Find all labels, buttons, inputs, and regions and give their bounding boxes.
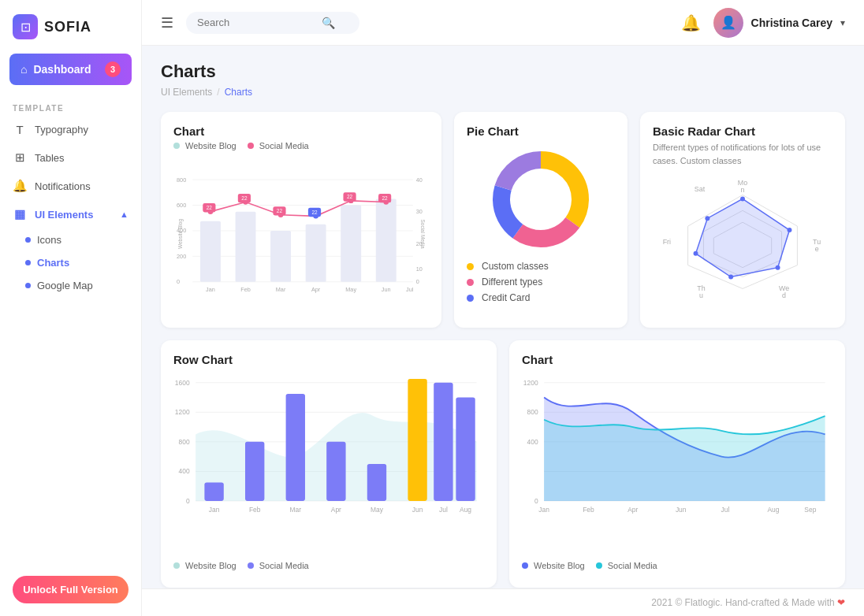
pie-dot-custom — [467, 263, 474, 270]
legend-website-blog: Website Blog — [173, 141, 236, 150]
svg-rect-18 — [236, 212, 256, 282]
row-legend-dot-social — [248, 562, 254, 569]
svg-rect-20 — [306, 225, 326, 282]
logo-icon: ⊡ — [13, 14, 38, 39]
sidebar-item-tables[interactable]: ⊞ Tables — [0, 143, 141, 172]
notification-bell-icon: 🔔 — [13, 179, 27, 193]
svg-text:Feb: Feb — [583, 506, 594, 514]
row-legend-website: Website Blog — [173, 561, 236, 570]
svg-text:Aug: Aug — [460, 506, 471, 514]
footer: 2021 © Flatlogic. Hand-crafted & Made wi… — [142, 588, 864, 616]
typography-icon: T — [13, 123, 27, 136]
bottom-chart-card: Chart 1200 800 400 0 — [509, 340, 845, 588]
logo: ⊡ SOFIA — [0, 0, 141, 54]
svg-text:800: 800 — [527, 408, 538, 416]
row-legend-social: Social Media — [248, 561, 309, 570]
svg-rect-89 — [434, 383, 452, 501]
svg-rect-86 — [326, 442, 345, 501]
ui-elements-label: UI Elements — [35, 209, 93, 221]
sidebar-item-ui-elements[interactable]: ▦ UI Elements ▲ — [0, 200, 141, 228]
bottom-legend-dot-social — [596, 562, 602, 569]
svg-text:Apr: Apr — [331, 506, 341, 514]
user-menu[interactable]: 👤 Christina Carey ▾ — [713, 8, 845, 38]
svg-point-68 — [788, 228, 792, 232]
legend-dot-website — [173, 143, 180, 149]
svg-point-67 — [740, 196, 745, 201]
svg-text:Jun: Jun — [412, 506, 423, 514]
sidebar-item-notifications[interactable]: 🔔 Notifications — [0, 172, 141, 200]
svg-text:22: 22 — [382, 195, 389, 201]
svg-point-72 — [705, 216, 709, 221]
legend-social-media: Social Media — [248, 141, 309, 150]
svg-text:Website Blog: Website Blog — [177, 219, 184, 249]
unlock-button[interactable]: Unlock Full Version — [13, 576, 128, 603]
chevron-up-icon: ▲ — [120, 210, 128, 219]
svg-text:Sep: Sep — [804, 506, 816, 514]
heart-icon: ❤ — [837, 597, 845, 608]
svg-text:0: 0 — [186, 497, 190, 505]
icons-label: Icons — [37, 234, 61, 246]
svg-text:0: 0 — [416, 278, 419, 285]
pie-label-credit: Credit Card — [482, 292, 530, 303]
svg-text:Jul: Jul — [721, 506, 730, 514]
svg-text:22: 22 — [207, 205, 213, 210]
hamburger-icon[interactable]: ☰ — [161, 14, 173, 32]
search-icon: 🔍 — [322, 17, 335, 29]
bottom-chart-title: Chart — [522, 353, 832, 366]
sidebar-item-typography[interactable]: T Typography — [0, 116, 141, 143]
bottom-legend-social: Social Media — [596, 561, 657, 570]
page-title: Charts — [161, 61, 845, 82]
svg-rect-22 — [376, 199, 397, 281]
pie-chart-svg — [486, 144, 596, 254]
svg-text:22: 22 — [241, 195, 248, 201]
dot-icon — [25, 283, 31, 288]
svg-text:d: d — [782, 291, 786, 299]
svg-rect-21 — [341, 206, 361, 282]
row-legend-dot-website — [173, 562, 180, 569]
svg-text:u: u — [699, 291, 703, 299]
svg-text:30: 30 — [416, 208, 423, 215]
logo-text: SOFIA — [44, 19, 91, 35]
line-bar-chart-svg: 800 600 400 200 0 40 30 20 10 0 Website … — [173, 155, 429, 313]
bottom-legend-website: Website Blog — [522, 561, 585, 570]
breadcrumb-separator: / — [217, 87, 219, 98]
pie-legend-credit: Credit Card — [467, 292, 615, 303]
pie-title: Pie Chart — [467, 124, 615, 138]
notification-icon[interactable]: 🔔 — [681, 13, 701, 32]
header: ☰ 🔍 🔔 👤 Christina Carey ▾ — [142, 0, 864, 46]
search-box[interactable]: 🔍 — [186, 12, 359, 34]
svg-text:Jul: Jul — [406, 286, 414, 293]
pie-legend-different: Different types — [467, 276, 615, 288]
avatar: 👤 — [713, 8, 743, 38]
dashboard-nav-item[interactable]: ⌂ Dashboard 3 — [9, 54, 132, 85]
google-map-label: Google Map — [37, 280, 93, 291]
svg-rect-88 — [408, 379, 426, 501]
svg-text:400: 400 — [179, 467, 190, 475]
svg-text:Mar: Mar — [290, 506, 302, 514]
chart-card: Chart Website Blog Social Media 800 600 — [161, 112, 441, 328]
breadcrumb-parent[interactable]: UI Elements — [161, 87, 212, 98]
pie-chart-card: Pie Chart Custom classes — [454, 112, 628, 328]
sidebar-item-charts[interactable]: Charts — [25, 251, 141, 274]
sidebar-item-icons[interactable]: Icons — [25, 228, 141, 251]
tables-icon: ⊞ — [13, 150, 27, 165]
svg-rect-84 — [245, 442, 264, 501]
content-area: Charts UI Elements / Charts Chart Websit… — [142, 46, 864, 588]
svg-point-52 — [516, 174, 566, 225]
svg-text:0: 0 — [177, 278, 180, 285]
svg-text:Jun: Jun — [676, 506, 687, 514]
svg-point-71 — [694, 251, 698, 256]
sidebar-item-google-map[interactable]: Google Map — [25, 274, 141, 297]
search-input[interactable] — [197, 17, 315, 28]
svg-point-69 — [776, 265, 780, 270]
pie-dot-credit — [467, 295, 474, 302]
notifications-label: Notifications — [35, 180, 91, 192]
dashboard-badge: 3 — [105, 61, 121, 77]
svg-text:Social Media: Social Media — [420, 219, 426, 248]
svg-text:1200: 1200 — [175, 408, 190, 416]
svg-rect-19 — [270, 231, 291, 282]
radar-chart-svg: Mo n Tu e We d Th u Fri Sat — [653, 175, 832, 301]
radar-title: Basic Radar Chart — [653, 124, 832, 138]
ui-elements-icon: ▦ — [13, 207, 27, 221]
svg-text:Apr: Apr — [628, 506, 638, 514]
